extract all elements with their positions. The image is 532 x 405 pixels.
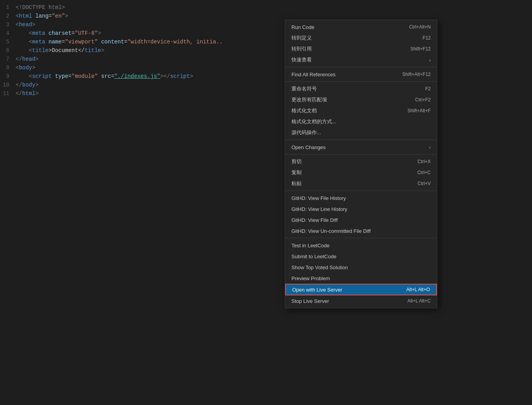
menu-item-find-all-refs[interactable]: Find All ReferencesShift+Alt+F12 <box>285 69 437 80</box>
menu-item-label: Run Code <box>291 24 403 30</box>
menu-item-label: 格式化文档 <box>291 107 401 114</box>
line-number: 4 <box>0 29 16 38</box>
line-number: 1 <box>0 3 16 12</box>
chevron-right-icon: › <box>429 144 431 150</box>
line-content: <head> <box>16 20 35 29</box>
menu-item-goto-def[interactable]: 转到定义F12 <box>285 32 437 43</box>
menu-item-shortcut: Ctrl+V <box>417 181 431 186</box>
menu-item-cut[interactable]: 剪切Ctrl+X <box>285 156 437 167</box>
menu-item-label: 重命名符号 <box>291 85 419 92</box>
line-number: 7 <box>0 55 16 63</box>
line-content: </html> <box>16 89 39 98</box>
menu-item-label: 剪切 <box>291 158 411 165</box>
menu-separator <box>285 81 437 82</box>
menu-item-stop-live-server[interactable]: Stop Live ServerAlt+L Alt+C <box>285 295 437 306</box>
code-line: 6 <title>Document</title> <box>0 46 532 55</box>
menu-item-shortcut: Ctrl+X <box>417 159 431 164</box>
line-content: <script type="module" src="./indexes.js"… <box>16 72 193 81</box>
menu-item-label: 格式化文档的方式... <box>291 118 431 125</box>
context-menu[interactable]: Run CodeCtrl+Alt+N转到定义F12转到引用Shift+F12快速… <box>285 20 437 308</box>
menu-item-open-live-server[interactable]: Open with Live ServerAlt+L Alt+O <box>285 284 437 295</box>
menu-item-copy[interactable]: 复制Ctrl+C <box>285 167 437 178</box>
line-content: </body> <box>16 81 39 89</box>
menu-item-githd-file-history[interactable]: GitHD: View File History <box>285 193 437 203</box>
menu-item-shortcut: Ctrl+C <box>417 170 431 175</box>
editor-area: 1<!DOCTYPE html>2<html lang="en">3<head>… <box>0 0 532 405</box>
menu-item-goto-ref[interactable]: 转到引用Shift+F12 <box>285 43 437 54</box>
menu-item-label: Open Changes <box>291 144 426 150</box>
code-lines: 1<!DOCTYPE html>2<html lang="en">3<head>… <box>0 0 532 101</box>
menu-item-change-all[interactable]: 更改所有匹配项Ctrl+F2 <box>285 94 437 105</box>
line-number: 6 <box>0 46 16 55</box>
menu-item-show-top-voted[interactable]: Show Top Voted Solution <box>285 262 437 273</box>
menu-separator <box>285 67 437 67</box>
line-content: <title>Document</title> <box>16 46 104 55</box>
menu-item-label: Stop Live Server <box>291 298 401 304</box>
menu-item-shortcut: Shift+Alt+F12 <box>402 72 431 77</box>
menu-item-githd-uncommitted[interactable]: GitHD: View Un-committed File Diff <box>285 225 437 236</box>
line-number: 3 <box>0 20 16 29</box>
line-number: 5 <box>0 38 16 46</box>
menu-item-label: Show Top Voted Solution <box>291 265 431 270</box>
line-number: 9 <box>0 72 16 81</box>
menu-item-label: 粘贴 <box>291 180 411 187</box>
menu-item-label: Test in LeetCode <box>291 243 431 248</box>
menu-item-rename[interactable]: 重命名符号F2 <box>285 83 437 94</box>
line-number: 10 <box>0 81 16 89</box>
chevron-right-icon: › <box>429 57 431 63</box>
code-line: 4 <meta charset="UTF-8"> <box>0 29 532 38</box>
menu-item-shortcut: Alt+L Alt+O <box>406 287 430 292</box>
menu-item-label: Find All References <box>291 72 396 77</box>
code-line: 7</head> <box>0 55 532 63</box>
line-content: <!DOCTYPE html> <box>16 3 65 12</box>
menu-item-label: 更改所有匹配项 <box>291 96 409 103</box>
menu-item-githd-line-history[interactable]: GitHD: View Line History <box>285 203 437 214</box>
menu-item-quick-look[interactable]: 快速查看› <box>285 54 437 65</box>
menu-separator <box>285 154 437 155</box>
menu-item-label: 转到引用 <box>291 45 404 52</box>
menu-item-source-action[interactable]: 源代码操作... <box>285 127 437 138</box>
line-number: 11 <box>0 89 16 98</box>
code-line: 1<!DOCTYPE html> <box>0 3 532 12</box>
code-line: 3<head> <box>0 20 532 29</box>
menu-item-label: Submit to LeetCode <box>291 254 431 259</box>
menu-item-label: 转到定义 <box>291 34 416 41</box>
line-content: <meta charset="UTF-8"> <box>16 29 101 38</box>
menu-item-label: GitHD: View Line History <box>291 206 431 212</box>
code-line: 9 <script type="module" src="./indexes.j… <box>0 72 532 81</box>
code-line: 10</body> <box>0 81 532 89</box>
menu-item-test-leetcode[interactable]: Test in LeetCode <box>285 240 437 251</box>
menu-item-label: Open with Live Server <box>292 287 400 293</box>
menu-item-shortcut: Alt+L Alt+C <box>407 298 431 304</box>
line-number: 2 <box>0 12 16 20</box>
line-content: <body> <box>16 63 35 72</box>
menu-item-shortcut: Ctrl+F2 <box>415 97 431 103</box>
menu-item-run-code[interactable]: Run CodeCtrl+Alt+N <box>285 22 437 32</box>
line-content: </head> <box>16 55 39 63</box>
menu-item-open-changes[interactable]: Open Changes› <box>285 142 437 153</box>
menu-item-submit-leetcode[interactable]: Submit to LeetCode <box>285 251 437 262</box>
menu-item-label: 复制 <box>291 169 411 176</box>
menu-item-label: GitHD: View File Diff <box>291 217 431 223</box>
code-line: 2<html lang="en"> <box>0 12 532 20</box>
menu-item-label: GitHD: View Un-committed File Diff <box>291 228 431 234</box>
menu-item-shortcut: F2 <box>425 86 431 92</box>
code-line: 11</html> <box>0 89 532 98</box>
menu-item-label: Preview Problem <box>291 275 431 281</box>
menu-separator <box>285 191 437 191</box>
menu-item-format-doc[interactable]: 格式化文档Shift+Alt+F <box>285 105 437 116</box>
menu-item-githd-file-diff[interactable]: GitHD: View File Diff <box>285 214 437 225</box>
menu-item-label: 快速查看 <box>291 56 426 63</box>
menu-separator <box>285 238 437 238</box>
line-content: <meta name="viewport" content="width=dev… <box>16 38 223 46</box>
code-line: 5 <meta name="viewport" content="width=d… <box>0 38 532 46</box>
menu-separator <box>285 140 437 140</box>
menu-item-label: GitHD: View File History <box>291 195 431 201</box>
menu-item-shortcut: Shift+Alt+F <box>408 108 431 113</box>
line-content: <html lang="en"> <box>16 12 68 20</box>
menu-item-preview-problem[interactable]: Preview Problem <box>285 273 437 284</box>
code-line: 8<body> <box>0 63 532 72</box>
menu-item-format-doc-with[interactable]: 格式化文档的方式... <box>285 116 437 127</box>
menu-item-paste[interactable]: 粘贴Ctrl+V <box>285 178 437 189</box>
menu-item-label: 源代码操作... <box>291 129 431 136</box>
